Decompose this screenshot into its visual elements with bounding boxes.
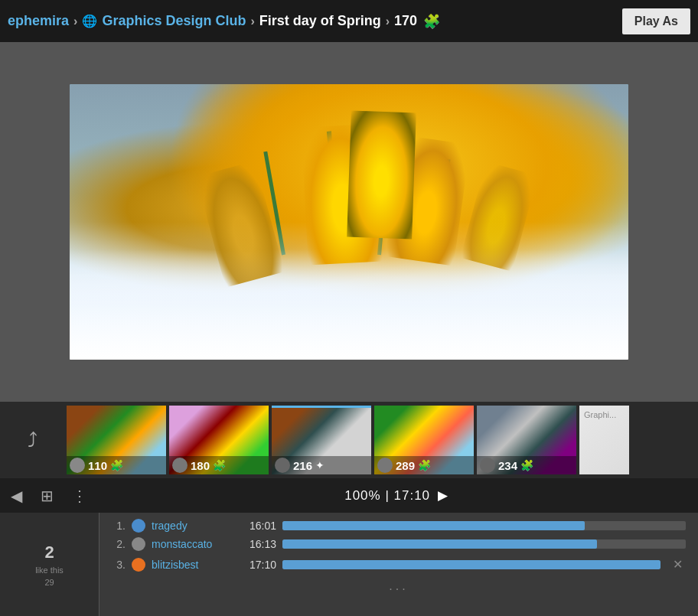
play-icon[interactable]: ▶: [438, 488, 448, 503]
bottom-panel: 2 like this 29 1. tragedy 16:01 2. monst…: [0, 513, 698, 616]
thumb-overlay-3: 216 ✦: [272, 456, 371, 474]
thumb-overlay-1: 110 🧩: [67, 456, 166, 474]
leader-avatar-2: [132, 537, 145, 551]
share-button[interactable]: ⤴: [11, 419, 54, 461]
thumb-avatar-5: [480, 458, 495, 473]
breadcrumb-count: 170: [394, 13, 417, 29]
panel-label: like this: [35, 565, 64, 575]
zoom-level: 100%: [344, 488, 380, 503]
thumbnail-2[interactable]: 180 🧩: [169, 406, 269, 474]
leader-rank-1: 1.: [112, 520, 126, 532]
thumb-count-3: 216: [293, 459, 312, 472]
thumbnail-section: ⤴ 110 🧩 180 🧩 216 ✦: [0, 402, 698, 478]
breadcrumb-group[interactable]: Graphics Design Club: [102, 13, 246, 29]
breadcrumb: ephemira › 🌐 Graphics Design Club › Firs…: [8, 13, 622, 30]
left-panel: 2 like this 29: [0, 513, 99, 616]
thumb-puzzle-icon-2: 🧩: [213, 459, 226, 471]
separator: |: [385, 488, 393, 503]
thumb-avatar-1: [70, 458, 85, 473]
thumbnail-4[interactable]: 289 🧩: [374, 406, 474, 474]
leader-bar-3: [282, 560, 660, 569]
flower-center: [347, 111, 416, 240]
panel-number: 2: [44, 543, 54, 562]
thumbnail-3[interactable]: 216 ✦: [272, 406, 371, 474]
thumb-puzzle-icon-5: 🧩: [520, 459, 533, 471]
leader-bar-wrap-1: [282, 521, 686, 530]
leaderboard: 1. tragedy 16:01 2. monstaccato 16:13 3.…: [99, 513, 698, 616]
leader-row-3: 3. blitzisbest 17:10 ✕: [112, 556, 686, 573]
puzzle-icon: 🧩: [423, 13, 440, 30]
thumb-puzzle-icon-1: 🧩: [110, 459, 123, 471]
breadcrumb-sep-1: ›: [73, 15, 77, 28]
thumbnail-strip: 110 🧩 180 🧩 216 ✦ 289 🧩: [0, 402, 698, 478]
thumb-avatar-4: [377, 458, 393, 473]
back-button[interactable]: ◀: [8, 484, 25, 508]
header-bar: ephemira › 🌐 Graphics Design Club › Firs…: [0, 0, 698, 42]
leader-time-3: 17:10: [250, 559, 276, 571]
thumbnail-1[interactable]: 110 🧩: [67, 406, 166, 474]
controls-bar: ◀ ⊞ ⋮ 100% | 17:10 ▶: [0, 478, 698, 513]
timer-display: 100% | 17:10 ▶: [103, 487, 690, 504]
leader-avatar-1: [132, 519, 145, 533]
play-as-button[interactable]: Play As: [622, 8, 690, 34]
leader-name-2[interactable]: monstaccato: [152, 538, 243, 550]
grid-button[interactable]: ⊞: [38, 484, 57, 508]
thumb-count-5: 234: [498, 459, 517, 472]
breadcrumb-root[interactable]: ephemira: [8, 13, 69, 29]
leader-bar-1: [282, 521, 585, 530]
globe-icon: 🌐: [82, 14, 97, 28]
leader-time-1: 16:01: [250, 520, 276, 532]
panel-extra: 29: [44, 578, 54, 587]
thumbnail-5[interactable]: 234 🧩: [477, 406, 576, 474]
menu-button[interactable]: ⋮: [69, 484, 90, 508]
thumb-count-2: 180: [191, 459, 210, 472]
thumb-puzzle-icon-4: 🧩: [418, 459, 431, 471]
leader-avatar-3: [132, 558, 145, 572]
breadcrumb-puzzle[interactable]: First day of Spring: [259, 13, 381, 29]
leader-rank-2: 2.: [112, 538, 126, 550]
thumb-avatar-2: [172, 458, 188, 473]
leader-bar-2: [282, 539, 597, 549]
leader-bar-wrap-2: [282, 539, 686, 549]
thumb-overlay-4: 289 🧩: [374, 456, 474, 474]
leader-rank-3: 3.: [112, 559, 126, 571]
thumb-overlay-2: 180 🧩: [169, 456, 269, 474]
main-image: [70, 84, 628, 360]
breadcrumb-sep-3: ›: [386, 15, 390, 28]
thumb-6-label: Graphi...: [579, 406, 629, 424]
thumb-overlay-5: 234 🧩: [477, 456, 576, 474]
breadcrumb-sep-2: ›: [250, 15, 254, 28]
leader-row-2: 2. monstaccato 16:13: [112, 537, 686, 551]
leader-time-2: 16:13: [250, 538, 276, 550]
leader-row-1: 1. tragedy 16:01: [112, 519, 686, 533]
thumb-puzzle-icon-3: ✦: [315, 459, 325, 471]
leader-name-1[interactable]: tragedy: [152, 520, 243, 532]
time-value: 17:10: [394, 488, 431, 503]
more-dots: ...: [112, 578, 686, 595]
thumb-count-1: 110: [88, 459, 107, 472]
thumb-count-4: 289: [396, 459, 415, 472]
thumbnail-6[interactable]: Graphi...: [579, 406, 629, 474]
thumb-avatar-3: [275, 458, 290, 473]
leader-bar-wrap-3: [282, 560, 660, 569]
leader-name-3[interactable]: blitzisbest: [152, 559, 243, 571]
main-image-area: [0, 42, 698, 402]
close-button[interactable]: ✕: [670, 556, 686, 573]
